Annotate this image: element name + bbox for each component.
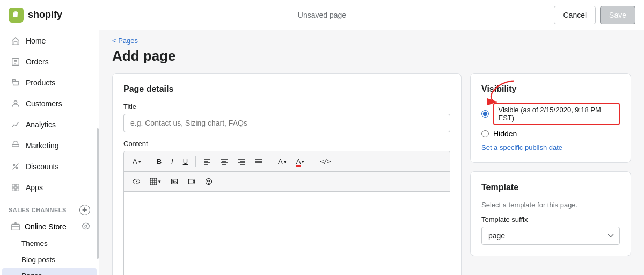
editor-body[interactable] [124,192,450,275]
toolbar-image-btn[interactable] [166,175,182,188]
sidebar-item-label-customers: Customers [26,99,62,108]
analytics-icon [11,120,20,129]
content-grid: Page details Title Content A ▾ B I U [112,73,631,275]
sidebar-item-apps[interactable]: Apps [2,177,97,198]
sidebar-sub-blog-posts[interactable]: Blog posts [2,252,97,267]
toolbar-highlight-btn[interactable]: A ▾ [292,155,309,168]
toolbar-source-btn[interactable]: </> [316,155,335,168]
marketing-icon [11,141,20,150]
topbar-actions: Cancel Save [554,6,635,24]
svg-point-2 [13,164,15,166]
sales-channels-section: SALES CHANNELS + [0,198,99,218]
hidden-label: Hidden [493,129,517,138]
toolbar-align-center-btn[interactable] [216,155,232,168]
svg-point-37 [209,180,210,181]
visible-option: Visible (as of 2/15/2020, 9:18 PM EST) [481,103,620,125]
sidebar-item-label-products: Products [26,78,55,87]
red-arrow-icon [484,78,524,105]
toolbar-underline-btn[interactable]: U [179,155,192,168]
page-details-title: Page details [123,84,450,94]
template-suffix-label: Template suffix [481,215,620,223]
svg-rect-34 [188,179,193,184]
title-label: Title [123,103,450,111]
page-status: Unsaved page [298,11,346,19]
discounts-icon [11,162,20,171]
logo-text: shopify [28,9,62,20]
editor-toolbar: A ▾ B I U [124,151,450,172]
svg-point-3 [16,167,18,169]
sidebar-item-orders[interactable]: Orders [2,52,97,72]
toolbar-justify-btn[interactable] [251,155,267,168]
shopify-logo-icon [9,8,24,23]
svg-rect-5 [16,184,19,187]
sidebar-item-online-store[interactable]: Online Store [2,218,97,235]
toolbar-divider-2 [195,156,196,167]
svg-point-1 [14,101,17,104]
visibility-card: Visibility [470,73,631,163]
logo: shopify [9,8,62,23]
sidebar-item-customers[interactable]: Customers [2,93,97,114]
toolbar-font-btn[interactable]: A ▾ [128,155,145,168]
template-suffix-select[interactable]: page page.contact page.faq [481,227,620,245]
page-title: Add page [112,48,631,64]
layout: Home Orders Products Customers [0,30,644,275]
sidebar-item-products[interactable]: Products [2,73,97,93]
sidebar-sub-themes[interactable]: Themes [2,236,97,251]
cancel-button[interactable]: Cancel [554,6,596,24]
sidebar-item-marketing[interactable]: Marketing [2,135,97,156]
publish-date-link[interactable]: Set a specific publish date [481,143,620,151]
apps-icon [11,183,20,192]
online-store-label: Online Store [25,222,67,231]
content-label: Content [123,140,450,148]
sidebar-item-label-marketing: Marketing [26,141,58,150]
template-card: Template Select a template for this page… [470,171,631,256]
toolbar-align-right-btn[interactable] [233,155,250,168]
svg-point-10 [85,225,87,227]
sidebar-item-label-analytics: Analytics [26,120,56,129]
save-button[interactable]: Save [600,6,635,24]
svg-rect-7 [16,188,19,191]
left-column: Page details Title Content A ▾ B I U [112,73,462,275]
sidebar-item-label-orders: Orders [26,57,49,66]
svg-point-36 [208,180,208,181]
add-sales-channel-button[interactable]: + [79,205,90,215]
breadcrumb[interactable]: < Pages [112,30,631,48]
svg-point-9 [15,222,17,224]
sidebar-item-label-apps: Apps [26,183,43,192]
editor-toolbar-row2: ▾ [124,172,450,192]
sidebar-item-label-discounts: Discounts [26,162,58,171]
customers-icon [11,99,20,108]
sidebar-sub-pages[interactable]: Pages [2,268,97,275]
toolbar-divider-4 [312,156,312,167]
title-input[interactable] [123,114,450,132]
eye-icon [82,222,91,231]
right-column: Visibility [470,73,631,275]
home-icon [11,36,20,46]
svg-rect-27 [150,178,157,185]
toolbar-divider-1 [149,156,149,167]
toolbar-bold-btn[interactable]: B [152,155,166,168]
toolbar-table-btn[interactable]: ▾ [145,175,165,188]
toolbar-align-left-btn[interactable] [199,155,215,168]
hidden-radio[interactable] [481,130,489,138]
toolbar-link-btn[interactable] [128,175,144,188]
sidebar-item-analytics[interactable]: Analytics [2,114,97,135]
toolbar-italic-btn[interactable]: I [167,155,178,168]
visible-label: Visible (as of 2/15/2020, 9:18 PM EST) [493,103,620,125]
toolbar-text-color-btn[interactable]: A ▾ [274,155,291,168]
toolbar-divider-3 [270,156,270,167]
sidebar-item-discounts[interactable]: Discounts [2,156,97,177]
visible-radio[interactable] [481,110,489,118]
svg-rect-4 [12,184,15,187]
topbar: shopify Unsaved page Cancel Save [0,0,644,30]
sidebar: Home Orders Products Customers [0,30,99,275]
toolbar-video-btn[interactable] [184,175,200,188]
sidebar-item-label-home: Home [26,37,46,45]
orders-icon [11,57,20,67]
sidebar-item-home[interactable]: Home [2,31,97,51]
hidden-option: Hidden [481,129,620,138]
svg-rect-32 [171,179,177,184]
products-icon [11,78,20,88]
page-details-card: Page details Title Content A ▾ B I U [112,73,462,275]
toolbar-emoji-btn[interactable] [201,175,217,188]
